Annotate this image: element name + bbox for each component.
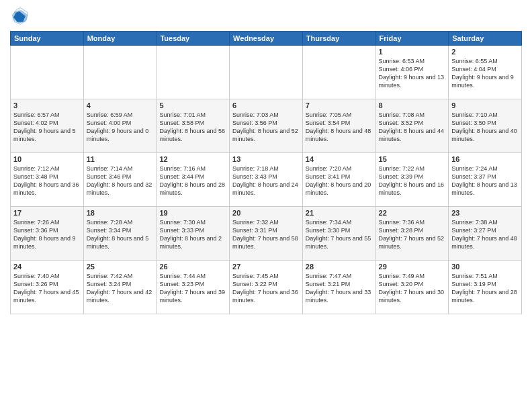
calendar-cell: 25Sunrise: 7:42 AM Sunset: 3:24 PM Dayli…	[83, 261, 157, 314]
day-info: Sunrise: 6:55 AM Sunset: 4:04 PM Dayligh…	[451, 57, 519, 90]
calendar-cell: 5Sunrise: 7:01 AM Sunset: 3:58 PM Daylig…	[157, 99, 230, 153]
day-info: Sunrise: 7:01 AM Sunset: 3:58 PM Dayligh…	[159, 111, 226, 144]
page: SundayMondayTuesdayWednesdayThursdayFrid…	[0, 0, 532, 411]
calendar-week-1: 1Sunrise: 6:53 AM Sunset: 4:06 PM Daylig…	[11, 46, 522, 99]
day-info: Sunrise: 7:42 AM Sunset: 3:24 PM Dayligh…	[87, 272, 154, 305]
day-info: Sunrise: 7:47 AM Sunset: 3:21 PM Dayligh…	[306, 272, 373, 305]
day-number: 20	[232, 209, 300, 217]
day-number: 1	[379, 48, 446, 56]
calendar-cell: 8Sunrise: 7:08 AM Sunset: 3:52 PM Daylig…	[375, 99, 449, 153]
calendar-cell: 28Sunrise: 7:47 AM Sunset: 3:21 PM Dayli…	[302, 261, 375, 314]
calendar-cell: 24Sunrise: 7:40 AM Sunset: 3:26 PM Dayli…	[11, 261, 84, 314]
calendar-cell: 4Sunrise: 6:59 AM Sunset: 4:00 PM Daylig…	[83, 99, 157, 153]
day-number: 2	[451, 48, 519, 56]
day-info: Sunrise: 7:16 AM Sunset: 3:44 PM Dayligh…	[159, 165, 226, 197]
day-number: 15	[379, 155, 446, 163]
day-info: Sunrise: 7:03 AM Sunset: 3:56 PM Dayligh…	[232, 111, 300, 144]
day-number: 17	[13, 209, 81, 217]
day-info: Sunrise: 6:59 AM Sunset: 4:00 PM Dayligh…	[87, 111, 154, 144]
calendar-week-5: 24Sunrise: 7:40 AM Sunset: 3:26 PM Dayli…	[11, 261, 522, 314]
day-number: 30	[451, 263, 519, 271]
day-number: 14	[306, 155, 373, 163]
day-number: 16	[451, 155, 519, 163]
day-info: Sunrise: 7:20 AM Sunset: 3:41 PM Dayligh…	[306, 165, 373, 197]
calendar-cell: 22Sunrise: 7:36 AM Sunset: 3:28 PM Dayli…	[375, 207, 449, 261]
day-info: Sunrise: 6:57 AM Sunset: 4:02 PM Dayligh…	[13, 111, 81, 144]
calendar-cell: 16Sunrise: 7:24 AM Sunset: 3:37 PM Dayli…	[449, 153, 522, 207]
calendar-cell: 23Sunrise: 7:38 AM Sunset: 3:27 PM Dayli…	[449, 207, 522, 261]
day-number: 7	[306, 101, 373, 109]
calendar-cell: 18Sunrise: 7:28 AM Sunset: 3:34 PM Dayli…	[83, 207, 157, 261]
calendar-cell	[83, 46, 157, 99]
calendar-table: SundayMondayTuesdayWednesdayThursdayFrid…	[10, 31, 522, 314]
day-number: 11	[87, 155, 154, 163]
day-number: 18	[87, 209, 154, 217]
day-info: Sunrise: 7:51 AM Sunset: 3:19 PM Dayligh…	[451, 272, 519, 305]
calendar-cell: 14Sunrise: 7:20 AM Sunset: 3:41 PM Dayli…	[302, 153, 375, 207]
weekday-header-sunday: Sunday	[11, 32, 84, 46]
day-number: 24	[13, 263, 81, 271]
day-info: Sunrise: 7:30 AM Sunset: 3:33 PM Dayligh…	[159, 218, 226, 251]
day-number: 10	[13, 155, 81, 163]
calendar-cell: 10Sunrise: 7:12 AM Sunset: 3:48 PM Dayli…	[11, 153, 84, 207]
day-info: Sunrise: 7:05 AM Sunset: 3:54 PM Dayligh…	[306, 111, 373, 144]
day-info: Sunrise: 7:08 AM Sunset: 3:52 PM Dayligh…	[379, 111, 446, 144]
day-number: 25	[87, 263, 154, 271]
calendar-cell: 12Sunrise: 7:16 AM Sunset: 3:44 PM Dayli…	[157, 153, 230, 207]
day-info: Sunrise: 7:26 AM Sunset: 3:36 PM Dayligh…	[13, 218, 81, 251]
day-number: 26	[159, 263, 226, 271]
header	[10, 7, 522, 26]
calendar-cell: 3Sunrise: 6:57 AM Sunset: 4:02 PM Daylig…	[11, 99, 84, 153]
day-number: 28	[306, 263, 373, 271]
day-number: 4	[87, 101, 154, 109]
calendar-cell: 29Sunrise: 7:49 AM Sunset: 3:20 PM Dayli…	[375, 261, 449, 314]
day-number: 12	[159, 155, 226, 163]
calendar-cell: 13Sunrise: 7:18 AM Sunset: 3:43 PM Dayli…	[230, 153, 303, 207]
day-info: Sunrise: 7:32 AM Sunset: 3:31 PM Dayligh…	[232, 218, 300, 251]
weekday-header-saturday: Saturday	[449, 32, 522, 46]
calendar-cell: 30Sunrise: 7:51 AM Sunset: 3:19 PM Dayli…	[449, 261, 522, 314]
day-number: 22	[379, 209, 446, 217]
calendar-cell: 11Sunrise: 7:14 AM Sunset: 3:46 PM Dayli…	[83, 153, 157, 207]
calendar-cell: 9Sunrise: 7:10 AM Sunset: 3:50 PM Daylig…	[449, 99, 522, 153]
weekday-header-row: SundayMondayTuesdayWednesdayThursdayFrid…	[11, 32, 522, 46]
calendar-cell	[11, 46, 84, 99]
logo	[10, 7, 32, 26]
day-number: 23	[451, 209, 519, 217]
calendar-cell: 19Sunrise: 7:30 AM Sunset: 3:33 PM Dayli…	[157, 207, 230, 261]
calendar-cell: 26Sunrise: 7:44 AM Sunset: 3:23 PM Dayli…	[157, 261, 230, 314]
weekday-header-thursday: Thursday	[302, 32, 375, 46]
calendar-cell: 1Sunrise: 6:53 AM Sunset: 4:06 PM Daylig…	[375, 46, 449, 99]
calendar-cell	[157, 46, 230, 99]
day-number: 9	[451, 101, 519, 109]
calendar-cell	[302, 46, 375, 99]
calendar-cell: 6Sunrise: 7:03 AM Sunset: 3:56 PM Daylig…	[230, 99, 303, 153]
weekday-header-monday: Monday	[83, 32, 157, 46]
calendar-cell	[230, 46, 303, 99]
weekday-header-tuesday: Tuesday	[157, 32, 230, 46]
weekday-header-wednesday: Wednesday	[230, 32, 303, 46]
calendar-cell: 15Sunrise: 7:22 AM Sunset: 3:39 PM Dayli…	[375, 153, 449, 207]
day-info: Sunrise: 7:45 AM Sunset: 3:22 PM Dayligh…	[232, 272, 300, 305]
calendar-week-4: 17Sunrise: 7:26 AM Sunset: 3:36 PM Dayli…	[11, 207, 522, 261]
day-info: Sunrise: 7:34 AM Sunset: 3:30 PM Dayligh…	[306, 218, 373, 251]
day-number: 8	[379, 101, 446, 109]
day-info: Sunrise: 7:22 AM Sunset: 3:39 PM Dayligh…	[379, 165, 446, 197]
day-number: 19	[159, 209, 226, 217]
day-info: Sunrise: 7:18 AM Sunset: 3:43 PM Dayligh…	[232, 165, 300, 197]
day-number: 6	[232, 101, 300, 109]
calendar-cell: 7Sunrise: 7:05 AM Sunset: 3:54 PM Daylig…	[302, 99, 375, 153]
day-number: 3	[13, 101, 81, 109]
calendar-cell: 17Sunrise: 7:26 AM Sunset: 3:36 PM Dayli…	[11, 207, 84, 261]
day-info: Sunrise: 7:24 AM Sunset: 3:37 PM Dayligh…	[451, 165, 519, 197]
calendar-cell: 2Sunrise: 6:55 AM Sunset: 4:04 PM Daylig…	[449, 46, 522, 99]
day-info: Sunrise: 6:53 AM Sunset: 4:06 PM Dayligh…	[379, 57, 446, 90]
day-number: 13	[232, 155, 300, 163]
day-info: Sunrise: 7:38 AM Sunset: 3:27 PM Dayligh…	[451, 218, 519, 251]
day-info: Sunrise: 7:44 AM Sunset: 3:23 PM Dayligh…	[159, 272, 226, 305]
day-info: Sunrise: 7:36 AM Sunset: 3:28 PM Dayligh…	[379, 218, 446, 251]
day-number: 21	[306, 209, 373, 217]
calendar-week-3: 10Sunrise: 7:12 AM Sunset: 3:48 PM Dayli…	[11, 153, 522, 207]
day-info: Sunrise: 7:10 AM Sunset: 3:50 PM Dayligh…	[451, 111, 519, 144]
weekday-header-friday: Friday	[375, 32, 449, 46]
